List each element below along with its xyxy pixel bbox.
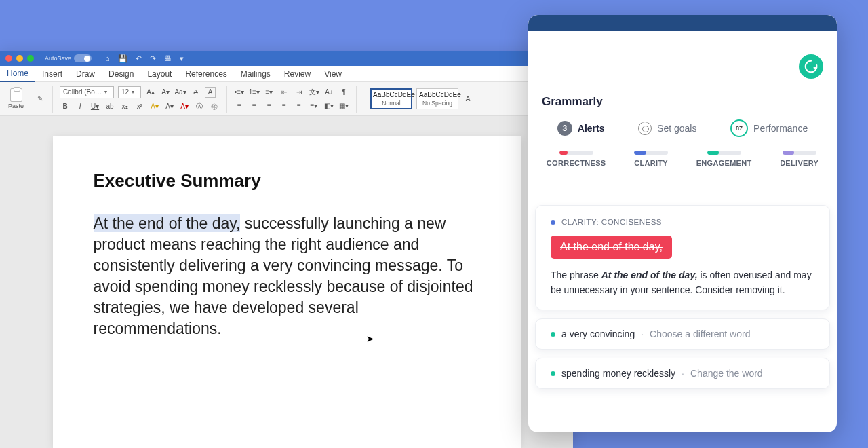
cat-delivery[interactable]: DELIVERY	[780, 151, 818, 167]
autosave-toggle[interactable]: AutoSave	[45, 54, 92, 62]
grow-font-icon[interactable]: A▴	[145, 87, 156, 98]
shading-icon[interactable]: ◧▾	[323, 100, 334, 111]
numbering-icon[interactable]: 1≡▾	[249, 87, 260, 98]
tab-references[interactable]: References	[178, 67, 233, 81]
tab-alerts[interactable]: 3 Alerts	[555, 115, 608, 141]
format-painter-icon[interactable]: ✎	[35, 94, 45, 105]
tab-insert[interactable]: Insert	[35, 67, 69, 81]
panel-title: Grammarly	[542, 95, 603, 109]
distributed-icon[interactable]: ≡	[294, 100, 304, 111]
suggestion-card[interactable]: spending money recklessly · Change the w…	[535, 358, 830, 389]
target-icon	[638, 122, 652, 135]
save-icon[interactable]: 💾	[118, 54, 127, 63]
delete-suggestion-chip[interactable]: At the end of the day,	[551, 236, 672, 259]
print-icon[interactable]: 🖶	[164, 54, 172, 63]
line-spacing-icon[interactable]: ≡▾	[309, 100, 319, 111]
tab-performance[interactable]: 87 Performance	[728, 115, 810, 141]
dot-icon	[551, 371, 555, 376]
grammarly-logo-icon[interactable]	[799, 54, 823, 79]
phonetic-guide-icon[interactable]: Ⓐ	[194, 101, 205, 112]
ribbon-toolbar: Paste ✎ Calibri (Bo…▾ 12▾ A▴ A▾ Aa▾ A̶ A…	[0, 82, 573, 116]
font-size-select[interactable]: 12▾	[118, 86, 141, 98]
suggestion-card[interactable]: a very convincing · Choose a different w…	[535, 318, 830, 350]
suggestion-hint: Change the word	[690, 368, 763, 379]
panel-titlebar	[528, 15, 837, 31]
paragraph-text: successfully launching a new product mea…	[94, 214, 473, 337]
body-paragraph: At the end of the day, successfully laun…	[94, 213, 480, 339]
clear-format-icon[interactable]: A̶	[190, 87, 201, 98]
undo-icon[interactable]: ↶	[136, 54, 142, 63]
minimize-icon[interactable]	[16, 55, 23, 62]
page-heading: Executive Summary	[94, 170, 480, 191]
tab-goals[interactable]: Set goals	[635, 115, 699, 141]
tab-home[interactable]: Home	[0, 66, 35, 82]
panel-tabs: 3 Alerts Set goals 87 Performance	[528, 115, 837, 141]
bullets-icon[interactable]: •≡▾	[234, 87, 245, 98]
tab-design[interactable]: Design	[102, 67, 140, 81]
close-icon[interactable]	[5, 55, 12, 62]
paste-button[interactable]: Paste	[4, 87, 28, 111]
dot-icon	[551, 220, 555, 225]
font-group: Calibri (Bo…▾ 12▾ A▴ A▾ Aa▾ A̶ A B I U▾ …	[60, 86, 220, 112]
maximize-icon[interactable]	[27, 55, 34, 62]
shrink-font-icon[interactable]: A▾	[160, 87, 171, 98]
tab-review[interactable]: Review	[277, 67, 317, 81]
align-left-icon[interactable]: ≡	[234, 100, 245, 111]
cat-clarity[interactable]: CLARITY	[634, 151, 668, 167]
highlighted-phrase: At the end of the day,	[94, 214, 241, 232]
strike-button[interactable]: ab	[104, 101, 115, 112]
borders-icon[interactable]: ▦▾	[338, 100, 349, 111]
card-explanation: The phrase At the end of the day, is oft…	[551, 268, 814, 297]
suggestion-text: spending money recklessly	[561, 368, 675, 379]
font-color-button[interactable]: A▾	[179, 101, 190, 112]
styles-gallery: AaBbCcDdEe Normal AaBbCcDdEe No Spacing …	[370, 88, 473, 109]
chevron-down-icon: ▾	[104, 89, 107, 95]
character-border-icon[interactable]: A	[205, 87, 216, 98]
suggestion-text: a very convincing	[561, 329, 635, 339]
bold-button[interactable]: B	[60, 101, 71, 112]
superscript-button[interactable]: x²	[134, 101, 145, 112]
redo-icon[interactable]: ↷	[150, 54, 156, 63]
justify-icon[interactable]: ≡	[279, 100, 290, 111]
highlight-button[interactable]: A▾	[149, 101, 160, 112]
style-normal[interactable]: AaBbCcDdEe Normal	[370, 88, 412, 109]
text-effects-icon[interactable]: A▾	[164, 101, 175, 112]
sort-icon[interactable]: A↓	[323, 87, 334, 98]
align-right-icon[interactable]: ≡	[264, 100, 275, 111]
paragraph-group: •≡▾ 1≡▾ ≡▾ ⇤ ⇥ 文▾ A↓ ¶ ≡ ≡ ≡ ≡ ≡ ≡▾ ◧▾ ▦…	[234, 87, 349, 111]
suggestion-card-main[interactable]: CLARITY: CONCISENESS At the end of the d…	[535, 205, 830, 310]
font-name-select[interactable]: Calibri (Bo…▾	[60, 86, 114, 98]
home-icon[interactable]: ⌂	[105, 54, 110, 63]
score-ring-icon: 87	[730, 119, 748, 137]
tab-view[interactable]: View	[317, 67, 349, 81]
chevron-down-icon[interactable]: ▾	[180, 54, 184, 63]
cat-engagement[interactable]: ENGAGEMENT	[696, 151, 752, 167]
ribbon-tabs: Home Insert Draw Design Layout Reference…	[0, 66, 573, 82]
show-marks-icon[interactable]: ¶	[338, 87, 349, 98]
subscript-button[interactable]: x₂	[119, 101, 130, 112]
cat-correctness[interactable]: CORRECTNESS	[547, 151, 606, 167]
page[interactable]: Executive Summary At the end of the day,…	[53, 136, 521, 448]
word-titlebar: AutoSave ⌂ 💾 ↶ ↷ 🖶 ▾	[0, 51, 573, 66]
chevron-down-icon: ▾	[132, 89, 134, 95]
category-bars: CORRECTNESS CLARITY ENGAGEMENT DELIVERY	[528, 151, 837, 174]
style-no-spacing[interactable]: AaBbCcDdEe No Spacing	[416, 88, 458, 109]
tab-layout[interactable]: Layout	[140, 67, 178, 81]
word-window: AutoSave ⌂ 💾 ↶ ↷ 🖶 ▾ Home Insert Draw De…	[0, 51, 573, 448]
underline-button[interactable]: U▾	[90, 101, 100, 112]
change-case-icon[interactable]: Aa▾	[175, 87, 186, 98]
tab-mailings[interactable]: Mailings	[234, 67, 277, 81]
align-center-icon[interactable]: ≡	[249, 100, 260, 111]
tab-draw[interactable]: Draw	[69, 67, 102, 81]
asian-layout-icon[interactable]: 文▾	[309, 87, 319, 98]
separator	[52, 86, 53, 113]
multilevel-icon[interactable]: ≡▾	[264, 87, 275, 98]
italic-button[interactable]: I	[75, 101, 85, 112]
enclose-char-icon[interactable]: ㊞	[209, 101, 220, 112]
styles-more-icon[interactable]: A	[462, 94, 473, 105]
dot-icon	[551, 332, 555, 337]
increase-indent-icon[interactable]: ⇥	[294, 87, 304, 98]
quick-access-toolbar: ⌂ 💾 ↶ ↷ 🖶 ▾	[105, 54, 184, 63]
decrease-indent-icon[interactable]: ⇤	[279, 87, 290, 98]
suggestion-hint: Choose a different word	[650, 329, 750, 339]
